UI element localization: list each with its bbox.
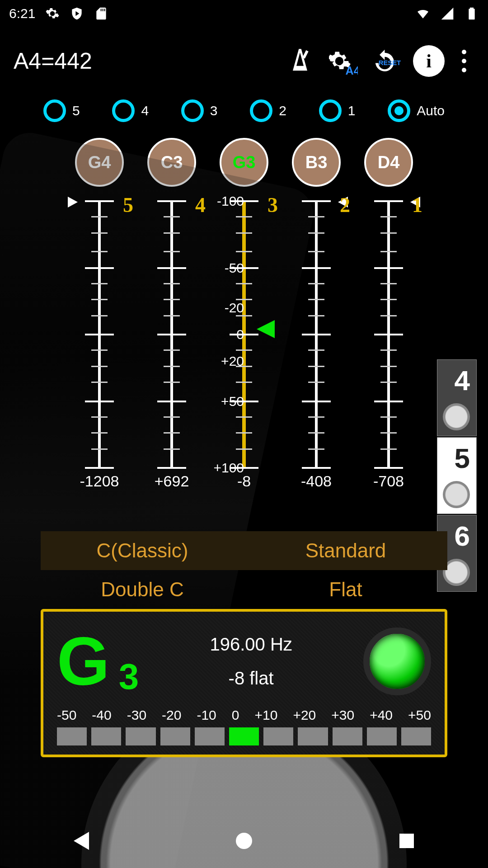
column-number: 2 [340,193,350,217]
svg-text:A4: A4 [346,64,358,75]
cellular-signal-icon [440,6,455,21]
tuning-panel: G4 C3 G3 B3 D4 5 -1208 4 +692 [0,138,488,545]
metronome-icon[interactable] [283,44,317,78]
app-bar: A4=442 A4 RESET i [0,27,488,95]
battery-icon [465,6,479,21]
tuning-standard[interactable]: Standard [244,531,447,570]
cents-column-2: 2 -408 [298,201,334,527]
tuning-c-classic[interactable]: C(Classic) [41,531,244,570]
android-nav-bar [0,814,488,868]
column-number: 5 [123,193,133,217]
in-tune-indicator-light [363,627,431,695]
frequency-readout: 196.00 Hz [157,634,345,655]
radio-string-5[interactable]: 5 [43,99,80,122]
column-number: 4 [195,193,206,217]
play-protect-icon [70,6,84,21]
info-icon[interactable]: i [413,45,445,77]
cents-meter-bar [57,727,431,745]
cents-column-3-active: 3 -100-50-200+20+50+100 -8 [226,201,262,527]
cents-readout: -708 [348,472,429,490]
nav-back-icon[interactable] [72,832,90,850]
column-number: 3 [267,193,278,217]
triangle-right-icon [68,197,78,208]
radio-string-3[interactable]: 3 [181,99,218,122]
cents-column-1: 1 -708 [371,201,407,527]
cents-readout: +692 [131,472,212,490]
settings-gear-icon [45,6,60,21]
tuning-pointer-icon [257,320,275,338]
string-mode-radios: 5 4 3 2 1 Auto [0,95,488,131]
nav-recent-icon[interactable] [398,832,416,850]
tuner-display: G 3 196.00 Hz -8 flat -50-40-30-20-100+1… [41,609,447,757]
note-button-d4[interactable]: D4 [364,138,413,187]
radio-string-1[interactable]: 1 [319,99,356,122]
status-time: 6:21 [9,6,35,21]
cents-readout: -1208 [59,472,140,490]
radio-auto[interactable]: Auto [388,99,445,122]
more-menu-icon[interactable] [454,50,474,72]
tuning-flat[interactable]: Flat [244,578,447,601]
cents-meter-scale: -50-40-30-20-100+10+20+30+40+50 [57,708,431,723]
reset-icon[interactable]: RESET [370,44,404,78]
radio-string-4[interactable]: 4 [112,99,149,122]
svg-text:RESET: RESET [379,59,401,66]
detected-octave: 3 [119,656,139,698]
cents-readout: -408 [276,472,357,490]
nav-home-icon[interactable] [235,832,253,850]
wifi-icon [416,6,430,21]
cents-offset-readout: -8 flat [157,668,345,689]
cents-readout: -8 [203,472,285,490]
radio-string-2[interactable]: 2 [250,99,286,122]
instrument-4-string[interactable]: 4 [437,359,477,436]
tuning-double-c[interactable]: Double C [41,578,244,601]
tuning-name-grid: C(Classic) Standard Double C Flat [0,531,488,601]
settings-a4-icon[interactable]: A4 [326,44,361,78]
instrument-5-string[interactable]: 5 [437,437,477,514]
cents-column-4: 4 +692 [154,201,190,527]
detected-note: G [57,627,110,695]
note-button-b3[interactable]: B3 [292,138,341,187]
column-number: 1 [412,193,422,217]
app-title: A4=442 [14,48,274,74]
android-status-bar: 6:21 [0,0,488,27]
cents-column-5: 5 -1208 [81,201,117,527]
sd-card-icon [94,6,108,21]
